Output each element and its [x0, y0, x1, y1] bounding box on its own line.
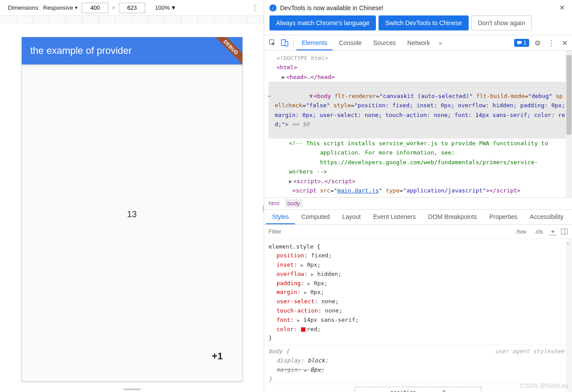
breadcrumb-html[interactable]: html	[269, 200, 280, 207]
close-icon[interactable]: ✕	[557, 4, 567, 12]
debug-ribbon: DEBUG	[211, 37, 242, 68]
new-style-rule-icon[interactable]: +	[549, 227, 557, 236]
scrollbar[interactable]	[566, 51, 572, 197]
resize-handle-right[interactable]: ||	[262, 204, 264, 211]
cls-toggle[interactable]: .cls	[533, 227, 545, 236]
tab-console[interactable]: Console	[333, 36, 367, 50]
selected-dom-node[interactable]: ⋯▼<body flt-renderer="canvaskit (auto-se…	[269, 82, 566, 139]
script-src-link[interactable]: main.dart.js	[337, 187, 379, 194]
scrollbar[interactable]: ▴	[566, 239, 572, 392]
height-input[interactable]	[119, 3, 145, 13]
breadcrumb: html body	[264, 197, 572, 210]
close-icon[interactable]: ✕	[560, 39, 569, 47]
color-swatch[interactable]	[301, 327, 306, 332]
tab-accessibility[interactable]: Accessibility	[524, 210, 570, 224]
ruler	[0, 16, 264, 24]
device-mode-select[interactable]: Responsive ▼	[43, 4, 79, 11]
styles-body[interactable]: element.style { position: fixed; inset: …	[264, 239, 572, 392]
preview-area: the example of provider DEBUG 13 +1 ||	[0, 24, 264, 392]
tab-network[interactable]: Network	[402, 36, 435, 50]
tab-properties[interactable]: Properties	[483, 210, 524, 224]
tab-elements[interactable]: Elements	[296, 36, 333, 50]
app-frame: the example of provider DEBUG 13 +1	[22, 37, 242, 381]
tab-styles[interactable]: Styles	[266, 210, 295, 224]
tab-dom-breakpoints[interactable]: DOM Breakpoints	[422, 210, 483, 224]
info-icon: i	[269, 4, 277, 11]
breadcrumb-body[interactable]: body	[285, 199, 303, 207]
width-input[interactable]	[82, 3, 108, 13]
tab-event-listeners[interactable]: Event Listeners	[367, 210, 422, 224]
zoom-select[interactable]: 100% ▼	[155, 4, 176, 11]
styles-filter-row: :hov .cls +	[264, 225, 572, 239]
inspect-element-icon[interactable]	[267, 37, 278, 49]
counter-value: 13	[22, 209, 242, 219]
dom-tree[interactable]: <!DOCTYPE html> <html> ▶<head>…</head> ⋯…	[264, 51, 566, 197]
app-title: the example of provider	[30, 45, 132, 57]
device-toolbar: Dimensions: Responsive ▼ × 100% ▼ ⋮	[0, 0, 264, 16]
devtools-tabs: Elements Console Sources Network » 1 ⚙ ⋮…	[264, 35, 572, 51]
kebab-menu-icon[interactable]: ⋮	[250, 4, 260, 12]
tab-sources[interactable]: Sources	[368, 36, 401, 50]
dom-tree-panel: <!DOCTYPE html> <html> ▶<head>…</head> ⋯…	[264, 51, 572, 197]
gear-icon[interactable]: ⚙	[533, 39, 542, 47]
tab-layout[interactable]: Layout	[336, 210, 367, 224]
dismiss-button[interactable]: Don't show again	[471, 15, 532, 30]
styles-filter-input[interactable]	[269, 228, 514, 235]
dom-comment: <!-- This script installs service_worker…	[269, 139, 566, 177]
info-banner: i DevTools is now available in Chinese! …	[264, 0, 572, 15]
chevron-down-icon: ▼	[170, 4, 176, 11]
devtools-pane: i DevTools is now available in Chinese! …	[264, 0, 572, 392]
styles-tabs: Styles Computed Layout Event Listeners D…	[264, 210, 572, 225]
fab-increment[interactable]: +1	[212, 351, 223, 362]
kebab-menu-icon[interactable]: ⋮	[546, 39, 557, 47]
box-model: position 0	[269, 384, 568, 392]
app-bar: the example of provider DEBUG	[22, 37, 242, 64]
svg-rect-2	[285, 41, 288, 46]
feedback-badge[interactable]: 1	[514, 39, 529, 47]
resize-handle-bottom[interactable]	[123, 388, 141, 390]
dimensions-label: Dimensions:	[8, 4, 40, 11]
info-message: DevTools is now available in Chinese!	[280, 4, 383, 11]
toggle-panel-icon[interactable]	[561, 229, 568, 234]
chevron-down-icon: ▼	[74, 5, 78, 10]
tabs-overflow-icon[interactable]: »	[436, 40, 444, 46]
info-actions: Always match Chrome's language Switch De…	[264, 15, 572, 35]
device-preview-pane: Dimensions: Responsive ▼ × 100% ▼ ⋮ the …	[0, 0, 264, 392]
match-language-button[interactable]: Always match Chrome's language	[269, 15, 376, 30]
switch-language-button[interactable]: Switch DevTools to Chinese	[379, 15, 469, 30]
toggle-device-icon[interactable]	[279, 37, 291, 49]
tab-computed[interactable]: Computed	[295, 210, 336, 224]
hov-toggle[interactable]: :hov	[514, 227, 528, 236]
dimension-separator: ×	[112, 4, 115, 11]
